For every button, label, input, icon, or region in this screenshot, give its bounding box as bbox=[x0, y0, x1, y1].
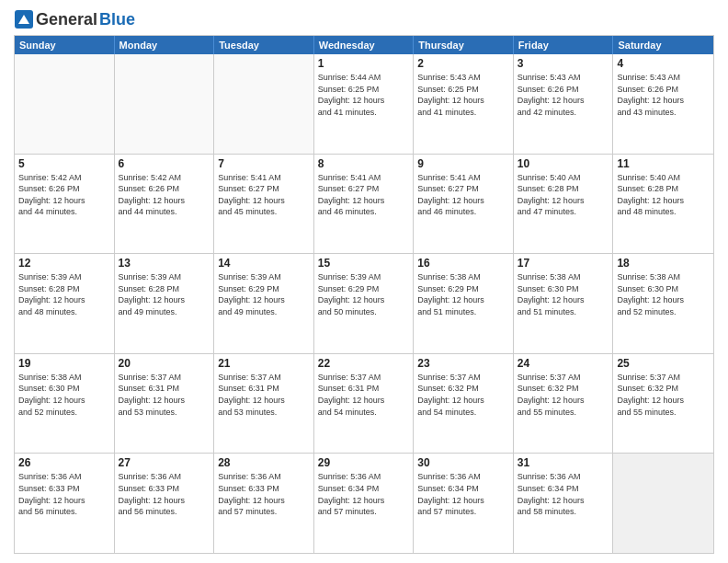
calendar-cell: 9Sunrise: 5:41 AM Sunset: 6:27 PM Daylig… bbox=[414, 155, 514, 254]
cell-info: Sunrise: 5:37 AM Sunset: 6:32 PM Dayligh… bbox=[518, 372, 609, 418]
cell-info: Sunrise: 5:37 AM Sunset: 6:31 PM Dayligh… bbox=[218, 372, 310, 418]
header: General Blue bbox=[14, 9, 714, 29]
cell-info: Sunrise: 5:38 AM Sunset: 6:29 PM Dayligh… bbox=[417, 271, 509, 317]
calendar-cell: 15Sunrise: 5:39 AM Sunset: 6:29 PM Dayli… bbox=[314, 254, 415, 353]
calendar-cell: 23Sunrise: 5:37 AM Sunset: 6:32 PM Dayli… bbox=[414, 354, 514, 454]
calendar-row: 5Sunrise: 5:42 AM Sunset: 6:26 PM Daylig… bbox=[15, 155, 713, 255]
calendar-row: 1Sunrise: 5:44 AM Sunset: 6:25 PM Daylig… bbox=[15, 54, 713, 155]
cell-info: Sunrise: 5:36 AM Sunset: 6:34 PM Dayligh… bbox=[417, 471, 509, 517]
day-number: 24 bbox=[518, 357, 609, 370]
cell-info: Sunrise: 5:37 AM Sunset: 6:32 PM Dayligh… bbox=[417, 372, 509, 418]
day-number: 21 bbox=[218, 357, 310, 370]
cell-info: Sunrise: 5:42 AM Sunset: 6:26 PM Dayligh… bbox=[119, 172, 210, 218]
day-number: 11 bbox=[617, 157, 710, 170]
day-number: 16 bbox=[417, 257, 509, 270]
cell-info: Sunrise: 5:41 AM Sunset: 6:27 PM Dayligh… bbox=[417, 172, 509, 218]
calendar-cell: 7Sunrise: 5:41 AM Sunset: 6:27 PM Daylig… bbox=[214, 155, 314, 254]
calendar-row: 19Sunrise: 5:38 AM Sunset: 6:30 PM Dayli… bbox=[15, 354, 713, 454]
calendar-cell: 6Sunrise: 5:42 AM Sunset: 6:26 PM Daylig… bbox=[115, 155, 215, 254]
cell-info: Sunrise: 5:40 AM Sunset: 6:28 PM Dayligh… bbox=[518, 172, 609, 218]
cell-info: Sunrise: 5:37 AM Sunset: 6:31 PM Dayligh… bbox=[318, 372, 410, 418]
calendar-body: 1Sunrise: 5:44 AM Sunset: 6:25 PM Daylig… bbox=[15, 54, 713, 553]
day-number: 19 bbox=[18, 357, 110, 370]
calendar-cell: 16Sunrise: 5:38 AM Sunset: 6:29 PM Dayli… bbox=[414, 254, 514, 353]
day-number: 31 bbox=[518, 456, 609, 469]
cell-info: Sunrise: 5:38 AM Sunset: 6:30 PM Dayligh… bbox=[518, 271, 609, 317]
calendar-cell: 3Sunrise: 5:43 AM Sunset: 6:26 PM Daylig… bbox=[514, 54, 614, 154]
day-number: 10 bbox=[518, 157, 609, 170]
day-number: 15 bbox=[318, 257, 410, 270]
calendar-cell: 27Sunrise: 5:36 AM Sunset: 6:33 PM Dayli… bbox=[115, 454, 215, 553]
day-header-saturday: Saturday bbox=[613, 36, 713, 54]
cell-info: Sunrise: 5:40 AM Sunset: 6:28 PM Dayligh… bbox=[617, 172, 710, 218]
logo-general: General bbox=[36, 10, 97, 29]
cell-info: Sunrise: 5:36 AM Sunset: 6:33 PM Dayligh… bbox=[218, 471, 310, 517]
cell-info: Sunrise: 5:41 AM Sunset: 6:27 PM Dayligh… bbox=[218, 172, 310, 218]
logo-blue: Blue bbox=[99, 10, 135, 29]
day-header-monday: Monday bbox=[115, 36, 215, 54]
cell-info: Sunrise: 5:38 AM Sunset: 6:30 PM Dayligh… bbox=[617, 271, 710, 317]
cell-info: Sunrise: 5:43 AM Sunset: 6:26 PM Dayligh… bbox=[617, 72, 710, 118]
calendar: SundayMondayTuesdayWednesdayThursdayFrid… bbox=[14, 35, 714, 554]
day-header-friday: Friday bbox=[514, 36, 614, 54]
day-number: 25 bbox=[617, 357, 710, 370]
calendar-cell: 21Sunrise: 5:37 AM Sunset: 6:31 PM Dayli… bbox=[214, 354, 314, 454]
day-number: 13 bbox=[119, 257, 210, 270]
page: General Blue SundayMondayTuesdayWednesda… bbox=[0, 0, 728, 563]
cell-info: Sunrise: 5:36 AM Sunset: 6:34 PM Dayligh… bbox=[318, 471, 410, 517]
cell-info: Sunrise: 5:37 AM Sunset: 6:31 PM Dayligh… bbox=[119, 372, 210, 418]
calendar-cell: 30Sunrise: 5:36 AM Sunset: 6:34 PM Dayli… bbox=[414, 454, 514, 553]
day-number: 1 bbox=[318, 57, 410, 70]
day-number: 28 bbox=[218, 456, 310, 469]
day-number: 27 bbox=[119, 456, 210, 469]
calendar-cell bbox=[15, 54, 115, 154]
day-number: 9 bbox=[417, 157, 509, 170]
day-number: 26 bbox=[18, 456, 110, 469]
calendar-cell bbox=[214, 54, 314, 154]
day-number: 2 bbox=[417, 57, 509, 70]
day-number: 3 bbox=[518, 57, 609, 70]
logo-icon bbox=[14, 9, 34, 29]
calendar-cell: 14Sunrise: 5:39 AM Sunset: 6:29 PM Dayli… bbox=[214, 254, 314, 353]
cell-info: Sunrise: 5:39 AM Sunset: 6:28 PM Dayligh… bbox=[18, 271, 110, 317]
day-header-tuesday: Tuesday bbox=[214, 36, 314, 54]
calendar-cell: 28Sunrise: 5:36 AM Sunset: 6:33 PM Dayli… bbox=[214, 454, 314, 553]
day-number: 20 bbox=[119, 357, 210, 370]
calendar-cell: 10Sunrise: 5:40 AM Sunset: 6:28 PM Dayli… bbox=[514, 155, 614, 254]
logo-area: General Blue bbox=[14, 9, 135, 29]
calendar-row: 12Sunrise: 5:39 AM Sunset: 6:28 PM Dayli… bbox=[15, 254, 713, 354]
cell-info: Sunrise: 5:36 AM Sunset: 6:33 PM Dayligh… bbox=[18, 471, 110, 517]
calendar-cell: 22Sunrise: 5:37 AM Sunset: 6:31 PM Dayli… bbox=[314, 354, 415, 454]
cell-info: Sunrise: 5:39 AM Sunset: 6:29 PM Dayligh… bbox=[218, 271, 310, 317]
day-number: 14 bbox=[218, 257, 310, 270]
calendar-cell: 12Sunrise: 5:39 AM Sunset: 6:28 PM Dayli… bbox=[15, 254, 115, 353]
cell-info: Sunrise: 5:44 AM Sunset: 6:25 PM Dayligh… bbox=[318, 72, 410, 118]
calendar-cell: 2Sunrise: 5:43 AM Sunset: 6:25 PM Daylig… bbox=[414, 54, 514, 154]
day-number: 5 bbox=[18, 157, 110, 170]
day-number: 23 bbox=[417, 357, 509, 370]
cell-info: Sunrise: 5:39 AM Sunset: 6:29 PM Dayligh… bbox=[318, 271, 410, 317]
calendar-cell: 8Sunrise: 5:41 AM Sunset: 6:27 PM Daylig… bbox=[314, 155, 415, 254]
cell-info: Sunrise: 5:36 AM Sunset: 6:33 PM Dayligh… bbox=[119, 471, 210, 517]
cell-info: Sunrise: 5:38 AM Sunset: 6:30 PM Dayligh… bbox=[18, 372, 110, 418]
calendar-cell: 19Sunrise: 5:38 AM Sunset: 6:30 PM Dayli… bbox=[15, 354, 115, 454]
day-number: 7 bbox=[218, 157, 310, 170]
day-number: 17 bbox=[518, 257, 609, 270]
calendar-cell: 11Sunrise: 5:40 AM Sunset: 6:28 PM Dayli… bbox=[613, 155, 713, 254]
logo: General Blue bbox=[14, 9, 135, 29]
cell-info: Sunrise: 5:43 AM Sunset: 6:26 PM Dayligh… bbox=[518, 72, 609, 118]
day-number: 18 bbox=[617, 257, 710, 270]
cell-info: Sunrise: 5:39 AM Sunset: 6:28 PM Dayligh… bbox=[119, 271, 210, 317]
calendar-cell: 26Sunrise: 5:36 AM Sunset: 6:33 PM Dayli… bbox=[15, 454, 115, 553]
calendar-cell: 20Sunrise: 5:37 AM Sunset: 6:31 PM Dayli… bbox=[115, 354, 215, 454]
day-header-sunday: Sunday bbox=[15, 36, 115, 54]
day-header-thursday: Thursday bbox=[414, 36, 514, 54]
day-header-wednesday: Wednesday bbox=[314, 36, 415, 54]
day-number: 8 bbox=[318, 157, 410, 170]
calendar-cell: 5Sunrise: 5:42 AM Sunset: 6:26 PM Daylig… bbox=[15, 155, 115, 254]
calendar-cell: 31Sunrise: 5:36 AM Sunset: 6:34 PM Dayli… bbox=[514, 454, 614, 553]
cell-info: Sunrise: 5:42 AM Sunset: 6:26 PM Dayligh… bbox=[18, 172, 110, 218]
day-number: 6 bbox=[119, 157, 210, 170]
calendar-cell: 18Sunrise: 5:38 AM Sunset: 6:30 PM Dayli… bbox=[613, 254, 713, 353]
cell-info: Sunrise: 5:37 AM Sunset: 6:32 PM Dayligh… bbox=[617, 372, 710, 418]
